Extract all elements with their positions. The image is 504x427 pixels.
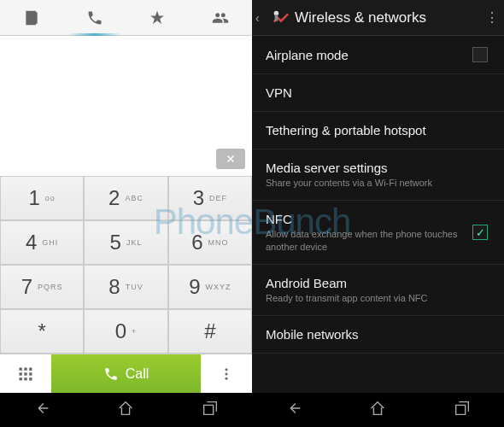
dialer-tabs bbox=[0, 0, 252, 36]
call-row: Call bbox=[0, 354, 252, 393]
svg-rect-1 bbox=[24, 367, 26, 370]
phone-icon bbox=[86, 9, 103, 26]
number-display bbox=[0, 36, 252, 176]
action-bar: ‹ Wireless & networks ⋮ bbox=[252, 0, 504, 36]
recent-icon bbox=[453, 399, 472, 418]
svg-rect-4 bbox=[24, 372, 26, 375]
settings-list: Airplane mode VPN Tethering & portable h… bbox=[252, 36, 504, 393]
tab-groups[interactable] bbox=[189, 0, 252, 35]
nav-bar-left bbox=[0, 393, 252, 427]
nav-home[interactable] bbox=[116, 399, 135, 421]
nav-recent[interactable] bbox=[453, 399, 472, 421]
svg-point-9 bbox=[226, 368, 228, 371]
key-6[interactable]: 6MNO bbox=[168, 220, 252, 265]
backspace-icon bbox=[226, 154, 236, 164]
key-7[interactable]: 7PQRS bbox=[0, 265, 84, 309]
backspace-button[interactable] bbox=[216, 149, 245, 169]
svg-point-11 bbox=[226, 377, 228, 379]
contacts-icon bbox=[23, 9, 40, 26]
tab-phone[interactable] bbox=[63, 0, 126, 35]
svg-point-10 bbox=[226, 372, 228, 375]
item-android-beam[interactable]: Android Beam Ready to transmit app conte… bbox=[252, 265, 504, 316]
home-icon bbox=[368, 399, 387, 418]
item-mobile-networks[interactable]: Mobile networks bbox=[252, 316, 504, 354]
key-9[interactable]: 9WXYZ bbox=[168, 265, 252, 309]
star-icon bbox=[149, 9, 166, 26]
nav-recent[interactable] bbox=[201, 399, 220, 421]
key-4[interactable]: 4GHI bbox=[0, 220, 84, 265]
key-8[interactable]: 8TUV bbox=[84, 265, 167, 309]
dialpad-toggle[interactable] bbox=[0, 354, 51, 393]
nav-home[interactable] bbox=[368, 399, 387, 421]
dialer-screen: 1oo 2ABC 3DEF 4GHI 5JKL 6MNO 7PQRS 8TUV … bbox=[0, 0, 252, 427]
home-icon bbox=[116, 399, 135, 418]
key-3[interactable]: 3DEF bbox=[168, 176, 252, 220]
groups-icon bbox=[212, 9, 229, 26]
airplane-checkbox[interactable] bbox=[472, 47, 488, 62]
key-5[interactable]: 5JKL bbox=[84, 220, 167, 265]
action-bar-title: Wireless & networks bbox=[271, 9, 483, 27]
tab-favorites[interactable] bbox=[126, 0, 190, 35]
nav-bar-right bbox=[252, 393, 504, 427]
call-label: Call bbox=[126, 366, 149, 382]
key-2[interactable]: 2ABC bbox=[84, 176, 167, 220]
back-icon bbox=[32, 399, 51, 418]
nfc-checkbox[interactable]: ✓ bbox=[472, 225, 488, 240]
svg-rect-0 bbox=[20, 367, 22, 370]
svg-rect-5 bbox=[29, 372, 32, 375]
overflow-button[interactable]: ⋮ bbox=[483, 9, 501, 26]
phone-icon bbox=[103, 366, 119, 382]
svg-rect-2 bbox=[29, 367, 32, 370]
svg-rect-8 bbox=[29, 377, 32, 380]
keypad: 1oo 2ABC 3DEF 4GHI 5JKL 6MNO 7PQRS 8TUV … bbox=[0, 176, 252, 354]
settings-icon bbox=[271, 9, 290, 27]
key-star[interactable]: * bbox=[0, 309, 84, 354]
overflow-button[interactable] bbox=[201, 354, 252, 393]
key-1[interactable]: 1oo bbox=[0, 176, 84, 220]
overflow-icon bbox=[219, 366, 234, 382]
item-tethering[interactable]: Tethering & portable hotspot bbox=[252, 112, 504, 149]
svg-rect-7 bbox=[24, 377, 26, 380]
up-button[interactable]: ‹ bbox=[255, 11, 266, 25]
key-hash[interactable]: # bbox=[168, 309, 252, 354]
nav-back[interactable] bbox=[32, 399, 51, 421]
settings-screen: ‹ Wireless & networks ⋮ Airplane mode VP… bbox=[252, 0, 504, 427]
item-media-server[interactable]: Media server settings Share your content… bbox=[252, 149, 504, 201]
call-button[interactable]: Call bbox=[51, 354, 201, 393]
item-nfc[interactable]: NFC Allow data exchange when the phone t… bbox=[252, 201, 504, 265]
item-vpn[interactable]: VPN bbox=[252, 74, 504, 112]
item-airplane-mode[interactable]: Airplane mode bbox=[252, 36, 504, 74]
overflow-icon: ⋮ bbox=[485, 10, 499, 25]
svg-rect-6 bbox=[20, 377, 22, 380]
tab-contacts[interactable] bbox=[0, 0, 63, 35]
nav-back[interactable] bbox=[284, 399, 303, 421]
dialpad-icon bbox=[17, 366, 34, 383]
svg-rect-3 bbox=[20, 372, 22, 375]
svg-rect-13 bbox=[275, 15, 278, 20]
key-0[interactable]: 0+ bbox=[84, 309, 167, 354]
recent-icon bbox=[201, 399, 220, 418]
back-icon bbox=[284, 399, 303, 418]
